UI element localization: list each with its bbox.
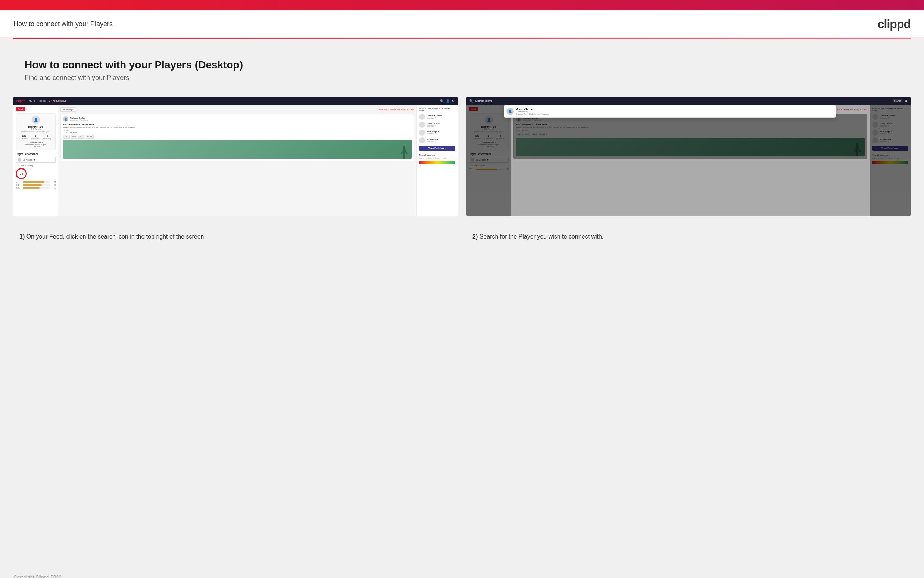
active-player-acts-3: Activities: 3 — [427, 133, 439, 135]
active-player-4: Eli Vincent Activities: 1 — [419, 137, 455, 143]
heatmap-scale-low-1: -5 — [419, 165, 421, 167]
profile-club-1: Mill Ride Golf Club, United Kingdom — [18, 130, 53, 133]
clear-btn-2[interactable]: CLEAR — [893, 99, 902, 102]
stat-followers-1: 3 Followers — [31, 134, 39, 140]
bar-arg-label-1: ARG — [16, 187, 22, 189]
player-selector-1[interactable]: Eli Vincent ▾ — [16, 157, 56, 163]
activity-card-1: 👤 Richard Butler Yesterday · The Grove P… — [60, 114, 414, 161]
stat-following-1: 4 Following — [43, 134, 51, 140]
activity-avatar-1: 👤 — [63, 117, 68, 122]
bars-section-1: OTT 79 APP — [16, 181, 56, 189]
stat-activities-num-1: 129 — [20, 134, 28, 137]
bar-arg-track-1 — [23, 187, 50, 188]
quality-label-1: Total Player Quality — [16, 164, 56, 167]
heatmap-bar-1 — [419, 161, 455, 164]
step-1-description: 1) On your Feed, click on the search ico… — [13, 225, 458, 248]
active-player-2: Piers Parnell Activities: 4 — [419, 122, 455, 128]
close-btn-2[interactable]: ✕ — [905, 99, 908, 103]
search-result-item-2[interactable]: 👤 Marcus Turner 1-5 Handicap Cypress Poi… — [507, 107, 833, 115]
heatmap-scale-high-1: +5 — [453, 165, 455, 167]
active-player-info-1: Richard Butler Activities: 7 — [427, 115, 442, 119]
stat-followers-num-1: 3 — [31, 134, 39, 137]
tag-app-1: APP — [71, 135, 77, 138]
active-player-acts-2: Activities: 4 — [427, 125, 440, 127]
score-circle-1: 84 — [16, 168, 27, 179]
bar-ott-1: OTT 79 — [16, 181, 56, 183]
activity-desc-1: Walking the course with my coach to buil… — [63, 126, 412, 128]
heatmap-sub-1: Player Quality · 20 Round Trend — [419, 157, 455, 159]
screenshot-1-inner: clippd Home Teams My Performance 🔍 👤 ⚙ — [13, 97, 458, 216]
stat-activities-1: 129 Activities — [20, 134, 28, 140]
clippd-logo: clippd — [878, 17, 911, 31]
nav-teams-1[interactable]: Teams — [39, 99, 45, 102]
stat-following-label-1: Following — [43, 137, 51, 140]
tag-putt-1: PUTT — [86, 135, 94, 138]
bar-arg-fill-1 — [23, 187, 40, 188]
active-player-info-3: Hiral Pujara Activities: 3 — [427, 130, 439, 135]
bar-ott-fill-1 — [23, 182, 44, 183]
footer: Copyright Clippd 2022 — [0, 568, 924, 578]
app-ui-1: clippd Home Teams My Performance 🔍 👤 ⚙ — [13, 97, 458, 216]
nav-performance-1[interactable]: My Performance — [49, 99, 66, 102]
top-bar — [0, 0, 924, 10]
control-link-1[interactable]: Control who can see your activity and da… — [379, 108, 414, 110]
following-label-1: Following — [63, 108, 72, 110]
hero-title: How to connect with your Players (Deskto… — [24, 59, 900, 71]
app-ui-2: 🔍 Marcus Turner CLEAR ✕ 👤 Marcus Turner … — [466, 97, 911, 216]
stats-row-1: 129 Activities 3 Followers 4 — [18, 134, 53, 140]
following-chevron-1: ▾ — [73, 108, 73, 110]
course-image-1 — [63, 140, 412, 159]
activity-title-1: Pre Tournament Course Walk — [63, 123, 412, 125]
active-player-info-4: Eli Vincent Activities: 1 — [427, 138, 438, 143]
active-player-1: Richard Butler Activities: 7 — [419, 114, 455, 120]
stat-followers-label-1: Followers — [31, 137, 39, 140]
header: How to connect with your Players clippd — [0, 10, 924, 39]
search-icon-1[interactable]: 🔍 — [440, 99, 444, 103]
step-1-text: 1) On your Feed, click on the search ico… — [19, 233, 206, 240]
app-left-panel-1: Feed 👤 Blair McHarg Golf Coach Mill Ride… — [13, 105, 58, 216]
feed-tab-1[interactable]: Feed — [16, 107, 25, 111]
bar-app-label-1: APP — [16, 184, 22, 186]
screenshots-grid: clippd Home Teams My Performance 🔍 👤 ⚙ — [13, 97, 911, 216]
stat-following-num-1: 4 — [43, 134, 51, 137]
page-title: How to connect with your Players — [13, 20, 113, 28]
activity-tags-1: OTT APP ARG PUTT — [63, 135, 412, 138]
app-body-1: Feed 👤 Blair McHarg Golf Coach Mill Ride… — [13, 105, 458, 216]
team-dashboard-btn-1[interactable]: Team Dashboard — [419, 146, 455, 151]
heatmap-scale-1: -5 +5 — [419, 165, 455, 167]
copyright-text: Copyright Clippd 2022 — [13, 574, 61, 578]
following-header-1: Following ▾ Control who can see your act… — [60, 107, 414, 112]
search-result-name-2: Marcus Turner — [516, 108, 549, 110]
latest-activity-1: Latest Activity Afternoon round of golf … — [18, 141, 53, 148]
active-player-acts-1: Activities: 7 — [427, 117, 442, 119]
active-player-avatar-4 — [419, 137, 425, 143]
search-icon-overlay-2: 🔍 — [469, 99, 473, 103]
player-sel-avatar-1 — [18, 158, 21, 162]
search-result-avatar-2: 👤 — [507, 107, 514, 115]
nav-items-1: Home Teams My Performance — [29, 99, 66, 102]
player-sel-chevron-1: ▾ — [34, 159, 35, 161]
following-btn-1[interactable]: Following ▾ — [60, 107, 76, 112]
bar-ott-track-1 — [23, 182, 50, 183]
active-player-3: Hiral Pujara Activities: 3 — [419, 130, 455, 136]
user-icon-1[interactable]: 👤 — [446, 99, 450, 103]
nav-home-1[interactable]: Home — [29, 99, 36, 102]
main-content: How to connect with your Players (Deskto… — [0, 39, 924, 568]
step-2-text: 2) Search for the Player you wish to con… — [473, 233, 604, 240]
settings-icon-1[interactable]: ⚙ — [452, 99, 455, 103]
tag-arg-1: ARG — [78, 135, 85, 138]
bar-arg-val-1: 61 — [51, 187, 56, 189]
nav-icons-1: 🔍 👤 ⚙ — [440, 99, 455, 103]
la-date-1: 27 Jul 2022 — [18, 146, 53, 148]
app-middle-1: Following ▾ Control who can see your act… — [58, 105, 416, 216]
profile-name-1: Blair McHarg — [18, 125, 53, 128]
hero-section: How to connect with your Players (Deskto… — [13, 50, 911, 88]
team-heatmap-title-1: Team Heatmap — [419, 154, 455, 156]
search-input-mock-2[interactable]: Marcus Turner — [476, 100, 890, 102]
duration-value-1: 02 hr : 00 min — [63, 132, 412, 134]
active-player-avatar-2 — [419, 122, 425, 128]
active-player-acts-4: Activities: 1 — [427, 140, 438, 143]
search-result-info-2: Marcus Turner 1-5 Handicap Cypress Point… — [516, 108, 549, 115]
profile-avatar-1: 👤 — [32, 116, 40, 124]
bar-app-fill-1 — [23, 185, 42, 185]
